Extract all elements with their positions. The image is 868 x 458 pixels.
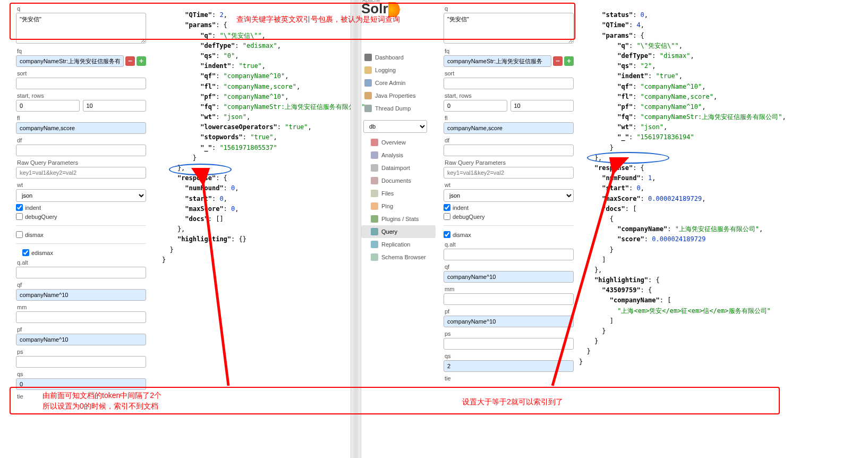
plugins-icon (371, 215, 378, 223)
annotation-text-bottom-left1: 由前面可知文档的token中间隔了2个 (42, 391, 161, 401)
annotation-text-top: 查询关键字被英文双引号包裹，被认为是短词查询 (236, 15, 400, 24)
ps-label: ps (445, 330, 574, 337)
qf-input[interactable] (16, 289, 146, 301)
ping-icon (371, 202, 378, 210)
raw-input[interactable] (16, 167, 146, 179)
qf-label: qf (17, 282, 146, 288)
files-icon (371, 190, 378, 197)
pf-input[interactable] (444, 316, 574, 327)
nav-plugins[interactable]: Plugins / Stats (361, 213, 436, 225)
q-input[interactable]: "凭安信" (16, 13, 146, 44)
raw-label: Raw Query Parameters (17, 159, 146, 166)
qs-label: qs (17, 371, 146, 377)
edismax-checkbox[interactable] (22, 249, 29, 256)
logging-icon (364, 66, 372, 74)
start-rows-label: start, rows (17, 92, 146, 99)
fl-label: fl (445, 115, 574, 121)
dismax-checkbox[interactable] (444, 231, 450, 238)
core-select[interactable]: db (363, 120, 427, 133)
mm-input[interactable] (16, 311, 146, 323)
documents-icon (371, 177, 378, 184)
query-icon (371, 228, 378, 235)
json-response-left: "QTime": 2, "params": { "q": "\"凭安信\"", … (162, 0, 348, 275)
start-input[interactable] (444, 100, 507, 112)
ps-input[interactable] (444, 338, 574, 350)
nav-analysis[interactable]: Analysis (361, 149, 436, 162)
indent-checkbox[interactable] (444, 204, 450, 211)
fq-remove-button[interactable]: − (553, 56, 563, 66)
json-response-right: "status": 0, "QTime": 4, "params": { "q"… (579, 0, 866, 377)
q-input[interactable]: "凭安信" (444, 13, 574, 44)
ps-input[interactable] (16, 356, 146, 368)
nav-dashboard[interactable]: Dashboard (361, 51, 436, 64)
mm-input[interactable] (444, 293, 574, 305)
qalt-input[interactable] (16, 267, 146, 278)
fq-label: fq (445, 48, 574, 54)
nav-logging[interactable]: Logging (361, 64, 436, 77)
fq-input[interactable] (444, 55, 551, 67)
pf-label: pf (445, 308, 574, 315)
qalt-input[interactable] (444, 249, 574, 260)
nav-documents[interactable]: Documents (361, 174, 436, 187)
nav-javaprops[interactable]: Java Properties (361, 89, 436, 102)
nav-replication[interactable]: Replication (361, 238, 436, 251)
tie-label: tie (445, 375, 574, 381)
nav-dataimport[interactable]: Dataimport (361, 162, 436, 174)
q-label: q (445, 5, 574, 12)
pf-label: pf (17, 326, 146, 333)
pf-input[interactable] (16, 334, 146, 345)
nav-overview[interactable]: Overview (361, 136, 436, 149)
indent-checkbox[interactable] (16, 204, 23, 211)
qalt-label: q.alt (17, 259, 146, 266)
nav-files[interactable]: Files (361, 187, 436, 200)
overview-icon (371, 139, 378, 146)
qs-label: qs (445, 353, 574, 359)
fq-add-button[interactable]: + (137, 56, 146, 66)
mm-label: mm (445, 286, 574, 292)
start-rows-label: start, rows (445, 92, 574, 99)
sort-input[interactable] (16, 78, 146, 89)
rows-input[interactable] (510, 100, 574, 112)
java-props-icon (364, 92, 372, 99)
wt-label: wt (445, 182, 574, 188)
sort-label: sort (17, 70, 146, 77)
wt-select[interactable]: json (444, 189, 574, 202)
df-input[interactable] (444, 145, 574, 156)
dismax-checkbox[interactable] (16, 231, 23, 238)
dataimport-icon (371, 164, 378, 172)
df-input[interactable] (16, 145, 146, 156)
fl-label: fl (17, 115, 146, 121)
start-input[interactable] (16, 100, 80, 112)
sort-input[interactable] (444, 78, 574, 89)
mm-label: mm (17, 304, 146, 310)
debugquery-checkbox[interactable] (16, 213, 23, 220)
debugquery-checkbox[interactable] (444, 213, 450, 220)
schema-icon (371, 253, 378, 261)
thread-dump-icon (364, 105, 372, 112)
fq-input[interactable] (16, 55, 124, 67)
qs-input[interactable] (444, 360, 574, 372)
fl-input[interactable] (16, 122, 146, 134)
sort-label: sort (445, 70, 574, 77)
df-label: df (445, 137, 574, 143)
nav-coreadmin[interactable]: Core Admin (361, 77, 436, 89)
nav-schema[interactable]: Schema Browser (361, 251, 436, 264)
rows-input[interactable] (83, 100, 147, 112)
nav-ping[interactable]: Ping (361, 200, 436, 213)
annotation-text-bottom-left2: 所以设置为0的时候，索引不到文档 (42, 402, 158, 411)
raw-input[interactable] (444, 167, 574, 179)
qf-input[interactable] (444, 271, 574, 283)
nav-threaddump[interactable]: Thread Dump (361, 102, 436, 115)
qalt-label: q.alt (445, 241, 574, 248)
nav-query[interactable]: Query (361, 225, 436, 238)
wt-select[interactable]: json (16, 189, 146, 202)
fq-remove-button[interactable]: − (125, 56, 135, 66)
fl-input[interactable] (444, 122, 574, 134)
qs-input[interactable] (16, 378, 146, 390)
annotation-text-bottom-right: 设置大于等于2就可以索引到了 (462, 397, 563, 407)
fq-label: fq (17, 48, 146, 54)
df-label: df (17, 137, 146, 143)
ps-label: ps (17, 349, 146, 355)
qf-label: qf (445, 264, 574, 270)
fq-add-button[interactable]: + (564, 56, 574, 66)
